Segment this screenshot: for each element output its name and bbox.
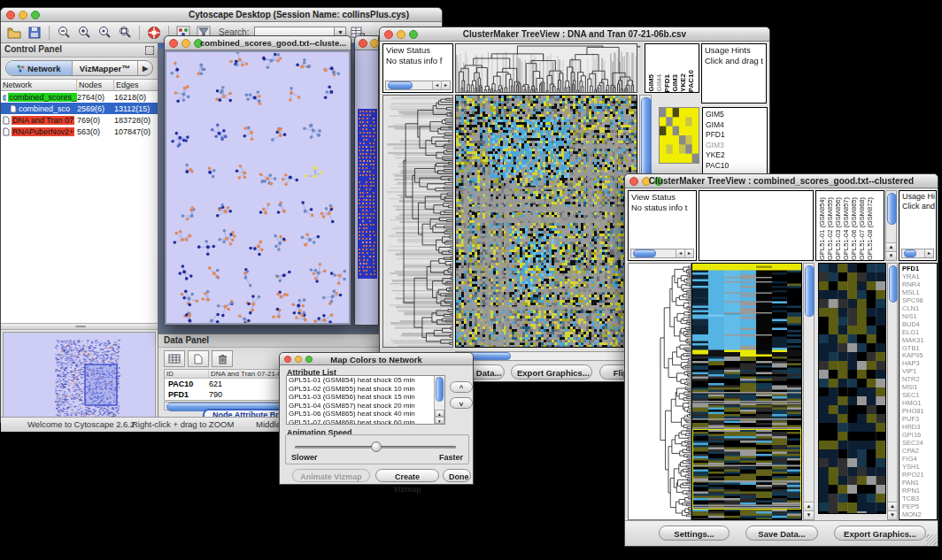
attribute-item[interactable]: GPL51-03 (GSM856) heat shock 15 min <box>287 393 444 402</box>
scroll-left-icon[interactable]: ◂ <box>432 81 441 89</box>
close-button[interactable] <box>169 39 178 48</box>
minimize-button[interactable] <box>19 11 27 19</box>
column-label[interactable]: GPL51-04 (GSM857) <box>842 197 850 260</box>
gene-item[interactable]: GIM4 <box>706 120 767 131</box>
resize-grip[interactable] <box>926 534 937 545</box>
done-button[interactable]: Done <box>443 469 471 482</box>
zoom-selected-icon[interactable] <box>96 25 113 41</box>
column-label[interactable]: GIM5 <box>647 74 655 92</box>
gene-item[interactable]: GIM3 <box>706 141 767 151</box>
scroll-down-icon[interactable]: ▾ <box>435 417 444 424</box>
column-label[interactable]: PFD1 <box>663 74 671 92</box>
zoom-out-icon[interactable] <box>55 25 73 41</box>
labels-vscrollbar[interactable]: ▲▼ <box>885 190 897 261</box>
zoom-fit-icon[interactable] <box>116 25 134 41</box>
open-file-icon[interactable] <box>5 25 23 41</box>
column-label[interactable]: GPL51-07 (GSM868) <box>858 197 866 260</box>
export-graphics-button[interactable]: Export Graphics... <box>834 525 926 541</box>
col-network[interactable]: Network <box>1 80 77 90</box>
column-label[interactable]: GPL51-08 (GSM872) <box>866 197 874 260</box>
network-row[interactable]: DNA and Tran 07 769(0) 183728(0) <box>1 114 158 126</box>
attribute-item[interactable]: GPL51-02 (GSM855) heat shock 10 min <box>287 385 444 394</box>
summary-heatmap[interactable] <box>660 108 699 163</box>
gene-item[interactable]: GIM5 <box>706 110 767 120</box>
listbox-vscrollbar[interactable]: ▴ ▾ <box>434 376 444 424</box>
network-view-titlebar[interactable]: combined_scores_good.txt--cluste... <box>165 36 351 50</box>
gene-item[interactable]: YKE2 <box>706 150 767 161</box>
treeview2-titlebar[interactable]: ClusterMaker TreeView : combined_scores_… <box>625 174 938 188</box>
speed-slider[interactable] <box>295 446 456 449</box>
column-label[interactable]: GIM3 <box>671 74 679 92</box>
dense-network-canvas[interactable] <box>358 109 377 279</box>
scroll-up-icon[interactable]: ▴ <box>435 410 444 417</box>
attribute-listbox[interactable]: GPL51-01 (GSM854) heat shock 05 minGPL51… <box>286 375 445 425</box>
dialog-titlebar[interactable]: Map Colors to Network <box>280 353 473 365</box>
gene-item[interactable]: PAC10 <box>706 161 767 172</box>
scroll-down-icon[interactable]: ▼ <box>888 510 897 519</box>
attribute-item[interactable]: GPL51-01 (GSM854) heat shock 05 min <box>287 376 444 385</box>
col-edges[interactable]: Edges <box>114 80 158 90</box>
col-nodes[interactable]: Nodes <box>77 80 114 90</box>
view-status-hscrollbar[interactable]: ◂▸ <box>385 81 451 90</box>
close-button[interactable] <box>6 11 15 19</box>
zoom-vscrollbar[interactable]: ▲▼ <box>887 263 898 520</box>
column-label[interactable]: YKE2 <box>679 73 687 92</box>
move-up-button[interactable]: ^ <box>450 381 473 393</box>
network-overview-thumbnail[interactable] <box>3 332 156 424</box>
close-button[interactable] <box>359 39 367 48</box>
usage-hints-hscrollbar[interactable]: ▸ <box>901 249 934 258</box>
column-label[interactable]: PAC10 <box>687 70 695 92</box>
trash-icon[interactable] <box>212 350 233 367</box>
row-dendrogram[interactable] <box>629 264 691 519</box>
gene-item[interactable]: PFD1 <box>706 130 767 141</box>
create-vizmap-button[interactable]: Create Vizmap <box>375 469 439 482</box>
tab-overflow-arrow[interactable]: ▶ <box>138 61 152 75</box>
attribute-item[interactable]: GPL51-06 (GSM865) heat shock 40 min <box>287 410 444 418</box>
column-label[interactable]: GPL51-06 (GSM865) <box>850 197 858 260</box>
save-data-button[interactable]: Save Data... <box>745 525 818 541</box>
main-titlebar[interactable]: Cytoscape Desktop (Session Name: collins… <box>1 8 442 22</box>
network-canvas[interactable] <box>166 52 347 323</box>
gene-item[interactable]: MON2 <box>902 511 937 519</box>
scroll-down-icon[interactable]: ▼ <box>886 251 896 260</box>
tab-vizmapper[interactable]: VizMapper™ <box>73 61 139 75</box>
save-icon[interactable] <box>26 25 43 41</box>
scroll-right-icon[interactable]: ▸ <box>441 81 450 89</box>
scroll-up-icon[interactable]: ▲ <box>886 242 896 251</box>
heatmap-vscrollbar[interactable]: ▲▼ <box>803 263 815 520</box>
animate-vizmap-button[interactable]: Animate Vizmap <box>292 469 370 482</box>
attribute-item[interactable]: GPL51-07 (GSM868) heat shock 60 min <box>287 418 444 425</box>
minimize-button[interactable] <box>181 39 190 48</box>
panel-splitter[interactable] <box>1 323 158 330</box>
settings-button[interactable]: Settings... <box>659 525 730 541</box>
new-attribute-icon[interactable] <box>188 350 209 367</box>
row-dendrogram[interactable] <box>383 96 452 347</box>
attribute-item[interactable]: GPL51-04 (GSM857) heat shock 20 min <box>287 402 444 410</box>
float-panel-icon[interactable] <box>145 46 154 55</box>
treeview1-titlebar[interactable]: ClusterMaker TreeView : DNA and Tran 07-… <box>380 27 769 42</box>
zoom-button[interactable] <box>31 11 40 19</box>
scroll-right-icon[interactable]: ▸ <box>684 249 693 257</box>
heatmap-canvas[interactable] <box>692 264 801 519</box>
scroll-right-icon[interactable]: ▸ <box>924 249 933 257</box>
column-label[interactable]: GPL51-03 (GSM856) <box>834 197 842 260</box>
view-status-hscrollbar[interactable]: ◂▸ <box>630 249 694 258</box>
export-graphics-button[interactable]: Export Graphics... <box>511 364 592 380</box>
tab-network[interactable]: Network <box>6 61 73 75</box>
zoom-heatmap-canvas[interactable] <box>819 264 885 513</box>
column-tree-area[interactable] <box>699 190 814 261</box>
select-attributes-icon[interactable] <box>164 350 185 367</box>
move-down-button[interactable]: v <box>450 397 473 409</box>
network-row[interactable]: combined_scores_ 2764(0) 16218(0) <box>1 91 158 103</box>
pane-divider[interactable]: ▸ <box>638 43 644 93</box>
column-label[interactable]: GIM4 <box>655 74 663 92</box>
scroll-up-icon[interactable]: ▲ <box>804 502 814 510</box>
heatmap-hscrollbar[interactable]: ◂▸ <box>455 351 645 361</box>
scroll-left-icon[interactable]: ◂ <box>676 249 684 257</box>
heatmap-canvas[interactable] <box>456 96 637 347</box>
help-lifesaver-icon[interactable] <box>145 25 163 41</box>
network-row[interactable]: combined_sco 2569(6) 13112(15) <box>1 103 158 114</box>
network-row[interactable]: RNAPuberNov2+ 563(0) 107847(0) <box>1 126 158 137</box>
zoom-in-icon[interactable] <box>75 25 93 41</box>
column-dendrogram[interactable] <box>456 44 637 92</box>
